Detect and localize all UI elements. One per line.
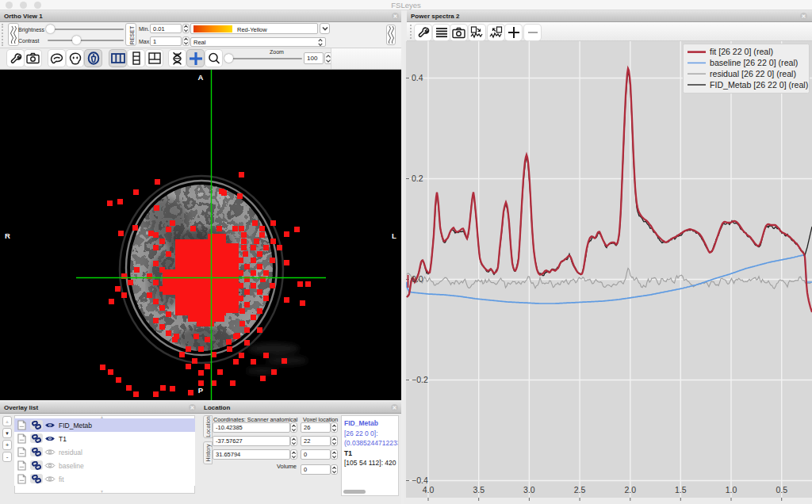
svg-text:2.0: 2.0: [624, 485, 636, 494]
svg-text:FID_Metab [26 22 0] (real): FID_Metab [26 22 0] (real): [710, 80, 808, 90]
svg-text:0.4: 0.4: [412, 73, 423, 82]
svg-text:1.0: 1.0: [726, 485, 737, 494]
svg-text:residual [26 22 0] (real): residual [26 22 0] (real): [710, 69, 796, 78]
svg-text:3.5: 3.5: [473, 485, 485, 494]
svg-text:fit [26 22 0] (real): fit [26 22 0] (real): [710, 47, 773, 56]
svg-text:4.0: 4.0: [423, 485, 435, 494]
svg-text:2.5: 2.5: [574, 485, 586, 494]
svg-text:P: P: [198, 386, 204, 395]
svg-text:A: A: [198, 73, 204, 82]
svg-text:L: L: [392, 231, 396, 240]
svg-text:R: R: [5, 231, 10, 240]
svg-text:−0.4: −0.4: [412, 475, 428, 485]
svg-text:−0.2: −0.2: [412, 375, 428, 384]
svg-text:baseline [26 22 0] (real): baseline [26 22 0] (real): [710, 58, 798, 67]
svg-text:1.5: 1.5: [675, 485, 687, 494]
svg-text:3.0: 3.0: [523, 485, 535, 494]
svg-text:0.5: 0.5: [776, 485, 787, 494]
svg-text:0.0: 0.0: [412, 274, 423, 284]
svg-text:0.2: 0.2: [412, 174, 423, 183]
